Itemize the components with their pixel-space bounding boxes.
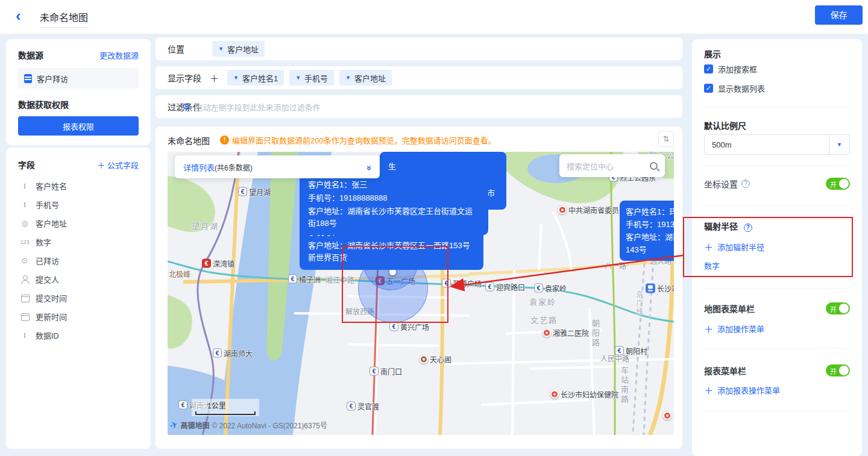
add-radius-link[interactable]: ＋ 添加辐射半径 bbox=[704, 240, 850, 253]
report-permission-button[interactable]: 报表权限 bbox=[18, 116, 139, 136]
question-icon[interactable]: ? bbox=[741, 180, 750, 188]
map-menu-row: 地图表菜单栏 开 bbox=[704, 302, 850, 314]
field-item[interactable]: 提交人 bbox=[18, 270, 139, 289]
data-tooltip-main: 客户姓名1：张三手机号：19188888888客户地址：湖南省长沙市芙蓉区定王台… bbox=[300, 173, 488, 235]
landmark-label: 长沙市妇幼保健院 bbox=[561, 389, 618, 399]
map-landmark: €袁家岭 bbox=[534, 283, 567, 293]
field-item[interactable]: 提交时间 bbox=[18, 289, 139, 307]
tooltip-line: 客户姓名1：玛 bbox=[626, 206, 674, 217]
calendar-icon bbox=[19, 294, 30, 302]
report-menu-toggle[interactable]: 开 bbox=[826, 364, 850, 376]
chevron-down-icon: ▼ bbox=[829, 135, 849, 154]
map-landmark: 望月湖 bbox=[192, 220, 219, 231]
map-landmark: 中共湖南省委员会 bbox=[558, 205, 626, 215]
add-display-field-icon[interactable]: ＋ bbox=[210, 72, 219, 84]
coordinate-label: 坐标设置 ? bbox=[704, 178, 750, 190]
field-item[interactable]: ⊙已拜访 bbox=[18, 251, 139, 270]
sort-icon[interactable]: ⇅ bbox=[658, 131, 674, 147]
field-item[interactable]: I手机号 bbox=[18, 195, 139, 214]
question-icon[interactable]: ? bbox=[744, 223, 752, 232]
map-canvas[interactable]: €望月湖望月湖€溁湾镇北极峰€橘子洲湘江中路€五一广场€芙蓉广场€迎宾路口€袁家… bbox=[168, 152, 674, 435]
location-field-pill[interactable]: ▼ 客户地址 bbox=[212, 41, 265, 57]
divider bbox=[704, 166, 850, 166]
map-search-box[interactable]: 搜索定位中心 bbox=[559, 154, 665, 177]
divider bbox=[704, 288, 850, 289]
display-field-pill[interactable]: ▼客户姓名1 bbox=[227, 70, 284, 86]
map-title: 未命名地图 bbox=[168, 134, 210, 146]
map-landmark bbox=[663, 411, 671, 420]
checkbox-checked-icon[interactable]: ✓ bbox=[704, 84, 713, 93]
map-menu-toggle[interactable]: 开 bbox=[826, 302, 850, 314]
toggle-knob bbox=[839, 366, 849, 375]
save-button[interactable]: 保存 bbox=[815, 5, 863, 25]
toggle-on-label: 开 bbox=[830, 366, 837, 376]
gear-icon[interactable]: ⚙ bbox=[182, 101, 190, 112]
tooltip-line: 客户地址：湖南省长沙市芙蓉区五一西路153号新世界百货 bbox=[308, 240, 475, 264]
detail-list-panel[interactable]: 详情列表 (共6条数据) » bbox=[175, 155, 380, 178]
field-item[interactable]: ◎客户地址 bbox=[18, 214, 139, 233]
landmark-label: 望月湖 bbox=[249, 187, 271, 197]
display-field-pill[interactable]: ▼手机号 bbox=[289, 70, 334, 86]
metro-icon: € bbox=[389, 322, 398, 331]
map-card-header: 未命名地图 ! 编辑界面只取数据源前200条作为查询数据预览，完整数据请访问页面… bbox=[156, 126, 682, 152]
display-section-title: 展示 bbox=[704, 48, 850, 60]
collapse-chevrons-icon[interactable]: » bbox=[365, 165, 375, 168]
landmark-label: 橘子洲 bbox=[299, 274, 321, 284]
radius-field-link[interactable]: 数字 bbox=[704, 260, 850, 271]
field-label: 数据ID bbox=[36, 330, 59, 341]
landmark-label: 文艺路 bbox=[530, 314, 558, 325]
display-field-pill[interactable]: ▼客户地址 bbox=[339, 70, 392, 86]
add-report-menu-link[interactable]: ＋ 添加报表操作菜单 bbox=[704, 384, 850, 396]
back-icon[interactable]: ‹ bbox=[16, 7, 21, 25]
datasource-item[interactable]: 客户拜访 bbox=[18, 68, 139, 89]
search-placeholder: 搜索定位中心 bbox=[567, 160, 614, 172]
map-landmark: 湘江中路 bbox=[326, 275, 354, 285]
default-scale-select[interactable]: 500m ▼ bbox=[704, 134, 850, 155]
top-bar: ‹ 未命名地图 保存 bbox=[0, 0, 868, 34]
metro-icon: € bbox=[202, 259, 211, 268]
field-label: 提交人 bbox=[36, 273, 59, 285]
field-item[interactable]: 更新时间 bbox=[18, 307, 139, 326]
landmark-label: 京广线 bbox=[634, 291, 644, 316]
location-row: 位置 ▼ 客户地址 bbox=[156, 37, 682, 60]
default-scale-value: 500m bbox=[705, 140, 829, 149]
scale-line bbox=[195, 411, 256, 415]
field-label: 更新时间 bbox=[36, 311, 67, 322]
map-landmark: €溁湾镇 bbox=[202, 258, 234, 269]
map-landmark: 湘雅二医院 bbox=[542, 328, 589, 338]
display-field-value: 手机号 bbox=[304, 72, 328, 84]
landmark-label: 芙蓉广场 bbox=[453, 278, 482, 289]
field-item[interactable]: I客户姓名 bbox=[18, 176, 139, 195]
settings-panel: 展示 ✓添加搜索框✓显示数据列表 默认比例尺 500m ▼ 坐标设置 ? 开 辐… bbox=[692, 39, 862, 456]
display-checkbox[interactable]: ✓添加搜索框 bbox=[704, 63, 850, 75]
field-item[interactable]: 123数字 bbox=[18, 233, 139, 251]
display-checkbox[interactable]: ✓显示数据列表 bbox=[704, 83, 850, 94]
checkbox-label: 添加搜索框 bbox=[718, 63, 757, 75]
tooltip-line: 客户姓名1：张三 bbox=[308, 179, 480, 191]
page-title[interactable]: 未命名地图 bbox=[40, 10, 88, 28]
landmark-label: 天心阁 bbox=[430, 354, 451, 364]
checkbox-checked-icon[interactable]: ✓ bbox=[704, 64, 713, 73]
number-icon: 123 bbox=[19, 239, 30, 245]
amap-logo-icon: ✈ bbox=[168, 418, 180, 431]
add-map-menu-link[interactable]: ＋ 添加操作菜单 bbox=[704, 322, 850, 335]
search-icon[interactable] bbox=[650, 162, 658, 170]
filter-row[interactable]: 过滤条件 ⚙ 拖动左侧字段到此处来添加过滤条件 bbox=[156, 95, 682, 118]
change-datasource-link[interactable]: 更改数据源 bbox=[99, 49, 139, 61]
landmark-label: 望月湖 bbox=[192, 220, 219, 231]
metro-icon: € bbox=[213, 349, 222, 358]
plus-icon: ＋ bbox=[704, 240, 713, 253]
map-landmark: 文艺路 bbox=[530, 314, 558, 325]
add-formula-field-link[interactable]: ＋ 公式字段 bbox=[97, 159, 139, 170]
coordinate-toggle[interactable]: 开 bbox=[826, 178, 850, 190]
add-radius-label: 添加辐射半径 bbox=[717, 241, 764, 252]
landmark-label: 湘江中路 bbox=[326, 275, 354, 285]
landmark-label: 湘雅二医院 bbox=[553, 328, 589, 338]
map-landmark: 八一路 bbox=[605, 260, 626, 270]
plus-icon: ＋ bbox=[704, 384, 713, 396]
tooltip-line: 143号 bbox=[626, 244, 674, 255]
radio-icon: ⊙ bbox=[19, 256, 30, 265]
map-landmark: 天心阁 bbox=[420, 354, 451, 364]
pin-icon: ◎ bbox=[19, 219, 30, 228]
field-item[interactable]: I数据ID bbox=[18, 326, 139, 345]
